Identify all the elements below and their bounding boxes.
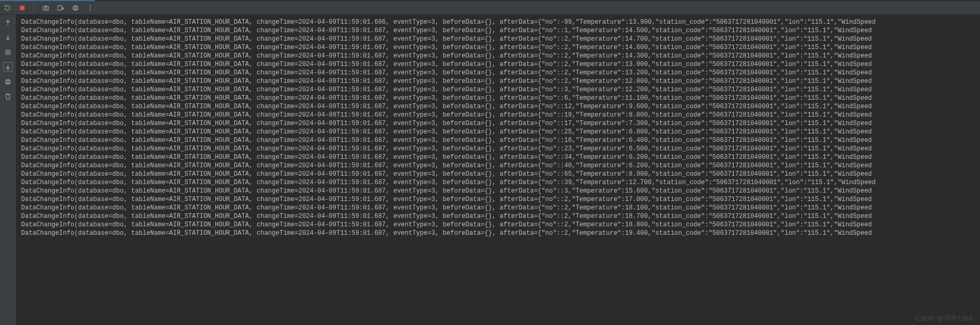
log-line: DataChangeInfo(database=dbo, tableName=A…: [21, 69, 980, 77]
toolbar-separator: [34, 4, 34, 12]
log-line: DataChangeInfo(database=dbo, tableName=A…: [21, 52, 980, 60]
arrow-up-icon[interactable]: [3, 18, 13, 27]
print-icon[interactable]: [71, 4, 80, 12]
log-line: DataChangeInfo(database=dbo, tableName=A…: [21, 153, 980, 161]
log-line: DataChangeInfo(database=dbo, tableName=A…: [21, 170, 980, 178]
svg-rect-3: [58, 5, 62, 10]
stop-icon[interactable]: [18, 4, 26, 12]
rerun-icon[interactable]: [3, 4, 12, 12]
gutter-print-icon[interactable]: [3, 77, 13, 87]
log-line: DataChangeInfo(database=dbo, tableName=A…: [21, 94, 980, 102]
svg-point-9: [90, 9, 91, 11]
log-line: DataChangeInfo(database=dbo, tableName=A…: [21, 145, 980, 153]
soft-wrap-icon[interactable]: [3, 47, 13, 57]
log-line: DataChangeInfo(database=dbo, tableName=A…: [21, 221, 980, 229]
camera-icon[interactable]: [42, 4, 50, 12]
svg-rect-5: [74, 5, 76, 7]
log-line: DataChangeInfo(database=dbo, tableName=A…: [21, 77, 980, 85]
console-main: DataChangeInfo(database=dbo, tableName=A…: [0, 15, 980, 325]
log-line: DataChangeInfo(database=dbo, tableName=A…: [21, 195, 980, 204]
svg-point-7: [90, 5, 91, 6]
svg-rect-0: [20, 5, 25, 10]
export-icon[interactable]: [56, 4, 65, 12]
log-line: DataChangeInfo(database=dbo, tableName=A…: [21, 85, 980, 94]
trash-icon[interactable]: [3, 92, 13, 101]
console-output[interactable]: DataChangeInfo(database=dbo, tableName=A…: [16, 15, 980, 325]
console-gutter: [0, 15, 16, 325]
log-line: DataChangeInfo(database=dbo, tableName=A…: [21, 204, 980, 212]
log-line: DataChangeInfo(database=dbo, tableName=A…: [21, 119, 980, 128]
log-line: DataChangeInfo(database=dbo, tableName=A…: [21, 60, 980, 69]
log-line: DataChangeInfo(database=dbo, tableName=A…: [21, 18, 980, 26]
log-line: DataChangeInfo(database=dbo, tableName=A…: [21, 43, 980, 52]
log-line: DataChangeInfo(database=dbo, tableName=A…: [21, 187, 980, 195]
svg-point-8: [90, 7, 91, 8]
log-line: DataChangeInfo(database=dbo, tableName=A…: [21, 111, 980, 119]
watermark-text: CSDN @浮华1994: [915, 314, 973, 323]
svg-point-2: [45, 7, 47, 9]
console-toolbar: [0, 1, 980, 15]
log-line: DataChangeInfo(database=dbo, tableName=A…: [21, 212, 980, 221]
log-line: DataChangeInfo(database=dbo, tableName=A…: [21, 229, 980, 237]
log-line: DataChangeInfo(database=dbo, tableName=A…: [21, 161, 980, 170]
svg-rect-11: [6, 80, 9, 81]
log-line: DataChangeInfo(database=dbo, tableName=A…: [21, 178, 980, 187]
more-icon[interactable]: [86, 4, 94, 12]
arrow-down-icon[interactable]: [3, 33, 13, 42]
log-line: DataChangeInfo(database=dbo, tableName=A…: [21, 128, 980, 136]
log-line: DataChangeInfo(database=dbo, tableName=A…: [21, 136, 980, 145]
log-line: DataChangeInfo(database=dbo, tableName=A…: [21, 26, 980, 35]
svg-rect-1: [43, 6, 49, 10]
scroll-to-end-icon[interactable]: [3, 62, 13, 72]
log-line: DataChangeInfo(database=dbo, tableName=A…: [21, 35, 980, 43]
log-line: DataChangeInfo(database=dbo, tableName=A…: [21, 102, 980, 111]
